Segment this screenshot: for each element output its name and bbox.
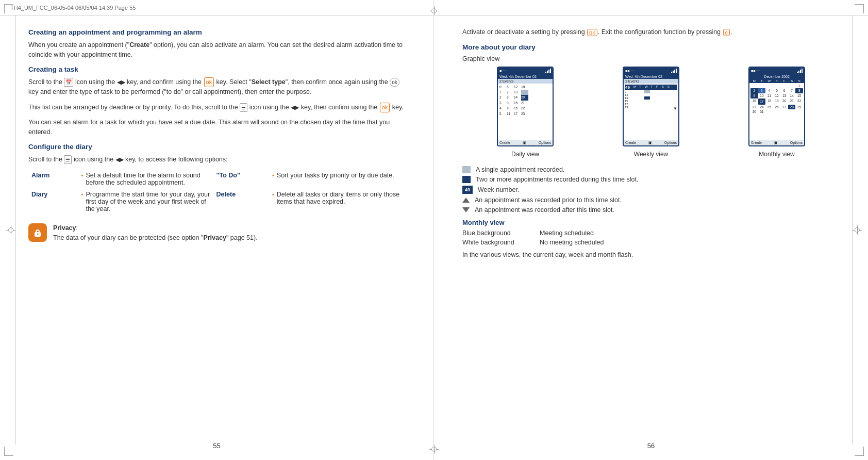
weekly-view-label: Weekly view	[634, 151, 668, 158]
right-border	[852, 15, 853, 445]
section-task-p3: You can set an alarm for a task for whic…	[28, 118, 405, 138]
alarm-label: Alarm	[29, 171, 78, 189]
daily-grid-content: 061218 1713 281420 391521 4101622 511172…	[498, 84, 553, 118]
svg-rect-1	[36, 230, 39, 233]
monthly-footer: Create▣Options	[749, 140, 804, 145]
daily-top-bar: ■ ⸻	[498, 68, 553, 74]
monthly-view-label: Monthly view	[759, 151, 794, 158]
page-right: Activate or deactivate a setting by pres…	[434, 0, 868, 460]
monthly-days: 1 2345678 9101112131415 16171819202122	[749, 83, 804, 116]
arrow-up-icon	[462, 198, 470, 203]
c-button-icon: c	[723, 29, 730, 36]
delete-label: Delete	[214, 190, 269, 215]
right-content: Activate or deactivate a setting by pres…	[462, 28, 840, 258]
section-task-p1: Scroll to the 📅 icon using the ◀▶ key, a…	[28, 77, 405, 97]
weekly-view-block: ■■ ⸻ Wed. 4th December 02 2 Events	[623, 67, 679, 158]
activate-line: Activate or deactivate a setting by pres…	[462, 28, 840, 36]
legend-item-multiple: Two or more appointments recorded during…	[462, 176, 840, 183]
monthly-view-screen: ■■ ⸻ December 2002 MTWTFSS	[748, 67, 805, 146]
daily-date-bar: Wed. 4th December 02	[498, 74, 553, 79]
section-task: Creating a task Scroll to the 📅 icon usi…	[28, 65, 405, 138]
mv-footer-text: In the various views, the current day, w…	[462, 251, 840, 258]
diary-label: Diary	[29, 190, 78, 215]
phones-row: ■ ⸻ Wed. 4th December 02 2 Events	[462, 67, 840, 158]
privacy-text: Privacy: The data of your diary can be p…	[53, 223, 258, 243]
monthly-view-block: ■■ ⸻ December 2002 MTWTFSS	[748, 67, 805, 158]
svg-point-2	[37, 234, 39, 235]
legend-text-prior: An appointment was recorded prior to thi…	[475, 196, 622, 204]
ok-button-icon: ok	[587, 29, 597, 36]
legend-text-after: An appointment was recorded after this t…	[475, 206, 614, 213]
mv-row-blue: Blue background Meeting scheduled	[462, 229, 840, 237]
daily-view-screen: ■ ⸻ Wed. 4th December 02 2 Events	[497, 67, 554, 146]
legend-text-week: Week number.	[478, 186, 519, 193]
arrow-down-icon	[462, 207, 470, 212]
weekly-top-bar: ■■ ⸻	[624, 68, 678, 74]
legend-num-49: 49	[462, 186, 473, 194]
privacy-section: Privacy: The data of your diary can be p…	[28, 223, 405, 243]
privacy-bold: Privacy	[53, 224, 76, 232]
delete-desc: • Delete all tasks or diary items or onl…	[270, 190, 404, 215]
legend-item-prior: An appointment was recorded prior to thi…	[462, 196, 840, 204]
page-number-right: 56	[647, 442, 655, 450]
page-left: Creating an appointment and programming …	[0, 0, 434, 460]
weekly-date-bar: Wed. 4th December 02	[624, 74, 678, 79]
weekly-grid: 49 MTWTFSS 9 11 13	[624, 84, 678, 110]
privacy-icon	[28, 223, 47, 242]
monthly-month-header: December 2002	[749, 74, 804, 79]
monthly-dow: MTWTFSS	[749, 79, 804, 83]
mv-row-white: White background No meeting scheduled	[462, 239, 840, 246]
daily-events-bar: 2 Events	[498, 79, 553, 84]
section-configure-intro: Scroll to the ☰ icon using the ◀▶ key, t…	[28, 155, 405, 165]
section-configure: Configure the diary Scroll to the ☰ icon…	[28, 143, 405, 216]
left-border	[15, 15, 16, 445]
legend-text-multiple: Two or more appointments recorded during…	[476, 176, 638, 183]
monthly-view-title: Monthly view	[462, 219, 840, 226]
legend-item-single: A single appointment recorded.	[462, 166, 840, 173]
legend-box-dark	[462, 176, 471, 183]
legend-item-week: 49 Week number.	[462, 186, 840, 194]
more-about-title: More about your diary	[462, 43, 840, 51]
section-appointment: Creating an appointment and programming …	[28, 28, 405, 60]
todo-label: "To Do"	[214, 171, 269, 189]
diary-desc: • Programme the start time for your day,…	[79, 190, 213, 215]
section-configure-title: Configure the diary	[28, 143, 405, 151]
daily-view-label: Daily view	[511, 151, 539, 158]
weekly-footer: Create▣Options	[624, 140, 678, 145]
weekly-events-bar: 2 Events	[624, 79, 678, 84]
mv-blue-label: Blue background	[462, 229, 529, 237]
legend-item-after: An appointment was recorded after this t…	[462, 206, 840, 213]
daily-footer: Create▣Options	[498, 140, 553, 145]
todo-desc: • Sort your tasks by priority or by due …	[270, 171, 404, 189]
monthly-top-bar: ■■ ⸻	[749, 68, 804, 74]
monthly-view-section: Monthly view Blue background Meeting sch…	[462, 219, 840, 258]
settings-table: Alarm • Set a default time for the alarm…	[28, 170, 405, 216]
legend-section: A single appointment recorded. Two or mo…	[462, 166, 840, 213]
graphic-view-label: Graphic view	[462, 55, 840, 62]
alarm-desc: • Set a default time for the alarm to so…	[79, 171, 213, 189]
section-appointment-title: Creating an appointment and programming …	[28, 28, 405, 36]
lock-icon	[32, 227, 43, 238]
mv-white-value: No meeting scheduled	[540, 239, 604, 246]
page-number-left: 55	[213, 442, 220, 450]
legend-text-single: A single appointment recorded.	[476, 166, 564, 173]
section-task-p2: This list can be arranged by deadline or…	[28, 103, 405, 112]
daily-view-block: ■ ⸻ Wed. 4th December 02 2 Events	[497, 67, 554, 158]
legend-box-light	[462, 166, 471, 173]
mv-blue-value: Meeting scheduled	[540, 229, 594, 237]
section-task-title: Creating a task	[28, 65, 405, 73]
weekly-view-screen: ■■ ⸻ Wed. 4th December 02 2 Events	[623, 67, 679, 146]
section-appointment-body: When you create an appointment ("Create"…	[28, 40, 405, 60]
mv-white-label: White background	[462, 239, 529, 246]
